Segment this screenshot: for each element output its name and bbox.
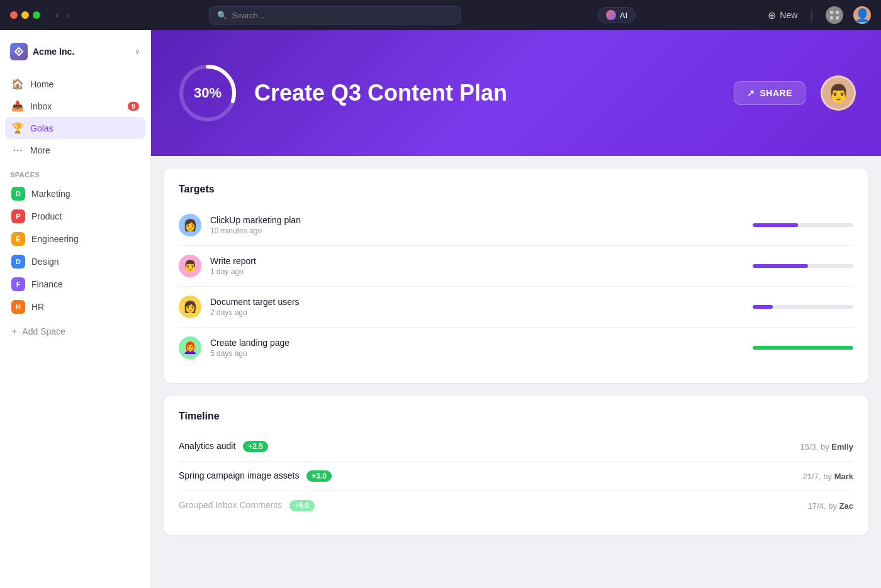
finance-dot: F bbox=[11, 277, 25, 291]
timeline-meta: 15/3, by Emily bbox=[800, 442, 853, 452]
timeline-badge: +3.0 bbox=[306, 470, 332, 482]
sidebar-item-design[interactable]: D Design bbox=[5, 250, 145, 273]
minimize-button[interactable] bbox=[21, 11, 29, 19]
target-info: ClickUp marketing plan 10 minutes ago bbox=[210, 215, 744, 235]
inbox-icon: 📥 bbox=[11, 100, 24, 112]
target-time: 1 day ago bbox=[210, 267, 744, 276]
marketing-label: Marketing bbox=[31, 189, 70, 199]
home-icon: 🏠 bbox=[11, 78, 24, 90]
targets-list: 👩 ClickUp marketing plan 10 minutes ago … bbox=[179, 205, 853, 368]
content-area: 30% Create Q3 Content Plan ↗ SHARE 👨 Tar… bbox=[151, 30, 881, 588]
plus-icon-sidebar: + bbox=[11, 326, 17, 337]
forward-arrow[interactable]: › bbox=[64, 9, 72, 21]
sidebar-item-more-label: More bbox=[30, 145, 50, 155]
maximize-button[interactable] bbox=[33, 11, 40, 19]
target-name: Write report bbox=[210, 256, 744, 266]
svg-rect-2 bbox=[830, 16, 833, 19]
design-dot: D bbox=[11, 255, 25, 269]
sidebar-item-inbox-label: Inbox bbox=[30, 101, 52, 111]
sidebar-item-hr[interactable]: H HR bbox=[5, 296, 145, 318]
progress-fill bbox=[753, 305, 773, 309]
main-content: Targets 👩 ClickUp marketing plan 10 minu… bbox=[151, 156, 881, 588]
target-time: 2 days ago bbox=[210, 308, 744, 317]
navigation-arrows: ‹ › bbox=[53, 9, 71, 21]
more-icon: ⋯ bbox=[11, 144, 24, 156]
sidebar-item-inbox[interactable]: 📥 Inbox 9 bbox=[5, 95, 145, 117]
timeline-badge: +5.0 bbox=[289, 500, 315, 511]
progress-fill bbox=[753, 346, 853, 350]
target-avatar: 👩 bbox=[179, 296, 201, 318]
sidebar-item-more[interactable]: ⋯ More bbox=[5, 139, 145, 161]
new-button[interactable]: ⊕ New bbox=[768, 9, 797, 21]
spaces-list: D Marketing P Product E Engineering D De… bbox=[0, 182, 150, 318]
sidebar-item-engineering[interactable]: E Engineering bbox=[5, 228, 145, 250]
grid-menu-icon[interactable] bbox=[826, 6, 843, 24]
search-bar[interactable]: 🔍 Search... bbox=[209, 6, 461, 25]
sidebar: Acme Inc. ∨ 🏠 Home 📥 Inbox 9 🏆 Golas ⋯ M… bbox=[0, 30, 151, 588]
timeline-title: Timeline bbox=[179, 411, 853, 422]
hero-title: Create Q3 Content Plan bbox=[254, 80, 719, 106]
product-label: Product bbox=[31, 211, 62, 221]
timeline-item[interactable]: Spring campaign image assets +3.0 21/7, … bbox=[179, 462, 853, 491]
sidebar-item-marketing[interactable]: D Marketing bbox=[5, 182, 145, 205]
new-label: New bbox=[780, 10, 797, 20]
close-button[interactable] bbox=[10, 11, 18, 19]
sidebar-item-goals-label: Golas bbox=[30, 123, 53, 133]
timeline-card: Timeline Analytics audit +2.5 15/3, by E… bbox=[164, 396, 868, 535]
progress-bar bbox=[753, 346, 853, 350]
progress-text: 30% bbox=[194, 85, 222, 101]
spaces-header: Spaces bbox=[0, 164, 150, 182]
user-avatar-header[interactable]: 👤 bbox=[853, 6, 871, 24]
back-arrow[interactable]: ‹ bbox=[53, 9, 61, 21]
target-info: Create landing page 5 days ago bbox=[210, 338, 744, 358]
hr-dot: H bbox=[11, 300, 25, 314]
ai-icon bbox=[606, 10, 616, 20]
timeline-item[interactable]: Grouped Inbox Comments +5.0 17/4, by Zac bbox=[179, 491, 853, 520]
share-button[interactable]: ↗ SHARE bbox=[734, 81, 805, 105]
timeline-name: Spring campaign image assets +3.0 bbox=[179, 470, 788, 482]
hero-banner: 30% Create Q3 Content Plan ↗ SHARE 👨 bbox=[151, 30, 881, 156]
workspace-logo bbox=[10, 43, 28, 60]
target-name: Document target users bbox=[210, 297, 744, 307]
ai-label: AI bbox=[620, 11, 627, 20]
share-label: SHARE bbox=[760, 88, 792, 98]
target-time: 10 minutes ago bbox=[210, 226, 744, 235]
workspace-header[interactable]: Acme Inc. ∨ bbox=[0, 38, 150, 70]
timeline-meta: 21/7, by Mark bbox=[803, 472, 853, 481]
search-icon: 🔍 bbox=[217, 11, 227, 20]
workspace-name: Acme Inc. bbox=[33, 47, 74, 57]
timeline-item[interactable]: Analytics audit +2.5 15/3, by Emily bbox=[179, 432, 853, 462]
target-avatar: 👩 bbox=[179, 214, 201, 236]
timeline-name: Analytics audit +2.5 bbox=[179, 441, 785, 452]
sidebar-item-home-label: Home bbox=[30, 79, 53, 89]
targets-card: Targets 👩 ClickUp marketing plan 10 minu… bbox=[164, 169, 868, 383]
progress-bar bbox=[753, 305, 853, 309]
progress-fill bbox=[753, 223, 798, 227]
svg-rect-1 bbox=[836, 11, 839, 14]
target-info: Document target users 2 days ago bbox=[210, 297, 744, 317]
timeline-list: Analytics audit +2.5 15/3, by Emily Spri… bbox=[179, 432, 853, 520]
timeline-name: Grouped Inbox Comments +5.0 bbox=[179, 500, 793, 511]
add-space-label: Add Space bbox=[22, 326, 65, 336]
sidebar-item-finance[interactable]: F Finance bbox=[5, 273, 145, 296]
targets-title: Targets bbox=[179, 184, 853, 195]
sidebar-item-home[interactable]: 🏠 Home bbox=[5, 73, 145, 95]
hero-avatar: 👨 bbox=[821, 75, 856, 111]
sidebar-item-product[interactable]: P Product bbox=[5, 205, 145, 228]
add-space-button[interactable]: + Add Space bbox=[0, 321, 150, 342]
divider: | bbox=[810, 9, 813, 22]
marketing-dot: D bbox=[11, 187, 25, 201]
workspace-chevron-icon: ∨ bbox=[135, 47, 140, 56]
sidebar-item-goals[interactable]: 🏆 Golas bbox=[5, 117, 145, 139]
ai-button[interactable]: AI bbox=[598, 7, 636, 23]
traffic-lights bbox=[10, 11, 40, 19]
target-item[interactable]: 👩 Document target users 2 days ago bbox=[179, 287, 853, 328]
search-placeholder: Search... bbox=[232, 11, 265, 20]
target-avatar: 👩‍🦰 bbox=[179, 336, 201, 359]
target-item[interactable]: 👩‍🦰 Create landing page 5 days ago bbox=[179, 328, 853, 368]
target-info: Write report 1 day ago bbox=[210, 256, 744, 276]
target-item[interactable]: 👩 ClickUp marketing plan 10 minutes ago bbox=[179, 205, 853, 246]
target-item[interactable]: 👨 Write report 1 day ago bbox=[179, 246, 853, 287]
target-time: 5 days ago bbox=[210, 349, 744, 358]
timeline-meta: 17/4, by Zac bbox=[808, 501, 853, 511]
